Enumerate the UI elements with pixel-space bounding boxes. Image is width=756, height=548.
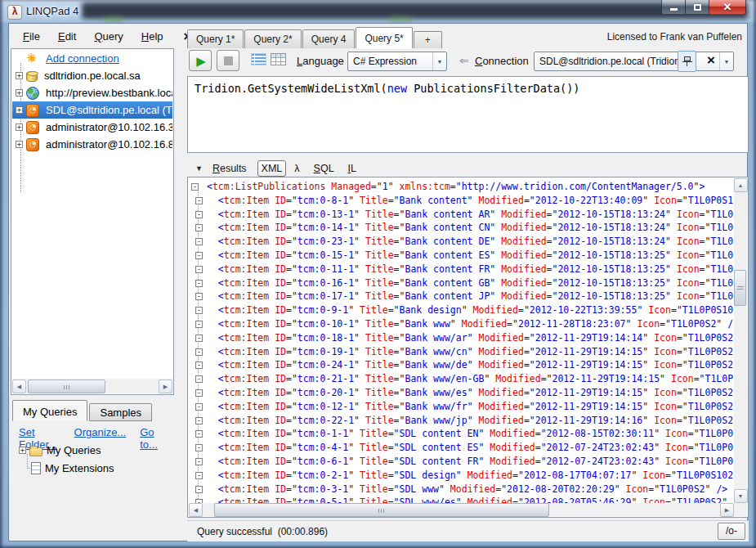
xml-row[interactable]: - <tcm:Item ID="tcm:0-8-1" Title="Bank c… [190,194,734,208]
language-dropdown[interactable]: C# Expression ▼ [347,52,447,71]
xml-row[interactable]: - <tcm:Item ID="tcm:0-20-1" Title="Bank … [190,386,734,400]
data-grid-results-icon[interactable] [271,53,286,65]
xml-row[interactable]: - <tcm:Item ID="tcm:0-9-1" Title="Bank d… [190,303,734,317]
xml-row[interactable]: - <tcm:Item ID="tcm:0-13-1" Title="Bank … [190,208,734,222]
collapse-node-icon[interactable]: - [195,430,203,438]
scroll-thumb[interactable] [214,503,549,517]
tree-expander-icon[interactable]: + [16,124,23,131]
queries-tree-item[interactable]: My Extensions [19,459,114,477]
collapse-node-icon[interactable]: - [195,293,203,300]
xml-row[interactable]: - <tcm:Item ID="tcm:0-6-1" Title="SDL co… [190,455,734,469]
menu-item-edit[interactable]: Edit [49,27,85,46]
close-query-button[interactable]: × [707,52,715,69]
connection-dropdown[interactable]: SDL@sdltridion.pe.local (Tridion) ▼ [534,52,734,71]
xml-row[interactable]: -<tcm:ListPublications Managed="1" xmlns… [190,180,734,194]
scroll-up-button[interactable]: ▲ [734,178,748,192]
xml-row[interactable]: - <tcm:Item ID="tcm:0-10-1" Title="Bank … [190,317,734,331]
menu-item-help[interactable]: Help [132,27,172,46]
tree-expander-icon[interactable]: + [16,72,23,79]
scroll-track[interactable] [26,380,159,393]
scroll-right-button[interactable]: ▶ [159,380,172,393]
scroll-left-button[interactable]: ◀ [189,503,203,517]
xml-row[interactable]: - <tcm:Item ID="tcm:0-11-1" Title="Bank … [190,263,734,276]
cancel-button[interactable] [217,50,239,71]
collapse-node-icon[interactable]: - [191,183,199,191]
new-query-tab[interactable]: + [414,31,442,48]
collapse-node-icon[interactable]: - [195,335,203,342]
rich-text-results-icon[interactable] [251,53,266,65]
xml-row[interactable]: - <tcm:Item ID="tcm:0-18-1" Title="Bank … [190,331,734,345]
connections-horizontal-scrollbar[interactable]: ◀ ▶ [12,379,172,393]
collapse-node-icon[interactable]: - [195,252,203,259]
scroll-track[interactable] [734,192,747,489]
query-editor[interactable]: Tridion.GetSystemWideListXml(new Publica… [187,76,749,153]
collapse-node-icon[interactable]: - [195,403,203,411]
connection-item[interactable]: +administrator@10.102.16.8 (Tr [12,136,172,153]
xml-row[interactable]: - <tcm:Item ID="tcm:0-1-1" Title="SDL co… [190,427,734,441]
scroll-left-button[interactable]: ◀ [12,380,26,393]
xml-row[interactable]: - <tcm:Item ID="tcm:0-4-1" Title="SDL co… [190,441,734,455]
collapse-node-icon[interactable]: - [195,417,203,424]
collapse-node-icon[interactable]: - [195,486,203,493]
collapse-node-icon[interactable]: - [195,211,203,218]
xml-row[interactable]: - <tcm:Item ID="tcm:0-14-1" Title="Bank … [190,221,734,235]
queries-link[interactable]: Go to... [140,426,165,451]
collapse-node-icon[interactable]: - [195,280,203,287]
collapse-node-icon[interactable]: - [195,389,203,397]
results-view-il[interactable]: IL [345,161,360,176]
collapse-node-icon[interactable]: - [195,238,203,245]
pin-connection-toggle[interactable] [678,51,696,72]
xml-row[interactable]: - <tcm:Item ID="tcm:0-16-1" Title="Bank … [190,276,734,290]
close-button[interactable]: ✕ [709,0,746,15]
query-tab[interactable]: Query 2* [244,29,301,48]
collapse-node-icon[interactable]: - [195,224,203,231]
minimize-button[interactable] [661,0,686,15]
results-format-button[interactable]: /o- [718,523,745,540]
collapse-node-icon[interactable]: - [195,321,203,328]
connection-item[interactable]: +sdltridion.pe.local.sa [12,67,172,84]
scroll-thumb[interactable] [28,380,105,393]
results-view-xml[interactable]: XML [257,160,287,177]
xml-horizontal-scrollbar[interactable]: ◀ ▶ [189,503,734,516]
xml-row[interactable]: - <tcm:Item ID="tcm:0-17-1" Title="Bank … [190,290,734,303]
tree-expander-icon[interactable]: + [19,447,26,454]
maximize-button[interactable] [686,0,709,15]
query-tab[interactable]: Query 1* [187,29,244,48]
xml-row[interactable]: - <tcm:Item ID="tcm:0-22-1" Title="Bank … [190,414,734,428]
collapse-node-icon[interactable]: - [195,444,203,451]
collapse-node-icon[interactable]: - [195,472,203,479]
tree-expander-icon[interactable]: + [16,141,23,148]
menu-item-file[interactable]: File [14,27,49,46]
collapse-node-icon[interactable]: - [195,375,203,383]
tree-expander-icon[interactable]: + [16,106,23,114]
left-arrow-icon[interactable]: ⇐ [459,54,469,67]
tree-expander-icon[interactable]: + [16,89,23,97]
collapse-node-icon[interactable]: - [195,266,203,273]
queries-tree-item[interactable]: +My Queries [19,441,114,459]
xml-row[interactable]: - <tcm:Item ID="tcm:0-12-1" Title="Bank … [190,400,734,414]
query-tab[interactable]: Query 4 [302,29,356,48]
results-view-results[interactable]: Results [209,161,250,176]
execute-button[interactable]: ▶ [189,50,212,71]
add-connection-link[interactable]: Add connection [43,52,122,65]
connection-add-row[interactable]: Add connection [12,50,172,67]
scroll-right-button[interactable]: ▶ [720,503,734,517]
xml-row[interactable]: - <tcm:Item ID="tcm:0-15-1" Title="Bank … [190,249,734,263]
query-tab[interactable]: Query 5* [356,27,412,48]
scroll-down-button[interactable]: ▼ [734,489,748,503]
collapse-results-icon[interactable]: ▼ [195,164,203,173]
tab-my-queries[interactable]: My Queries [12,400,87,421]
collapse-node-icon[interactable]: - [195,348,203,356]
menu-item-query[interactable]: Query [85,27,132,46]
xml-row[interactable]: - <tcm:Item ID="tcm:0-24-1" Title="Bank … [190,358,734,372]
collapse-node-icon[interactable]: - [195,362,203,369]
connection-item[interactable]: +SDL@sdltridion.pe.local (Trid [12,101,172,119]
tab-samples[interactable]: Samples [89,403,152,421]
collapse-node-icon[interactable]: - [195,197,203,204]
xml-row[interactable]: - <tcm:Item ID="tcm:0-3-1" Title="SDL ww… [190,483,734,496]
results-view-λ[interactable]: λ [291,161,302,176]
connection-item[interactable]: +administrator@10.102.16.3 (Tr [12,119,172,136]
scroll-track[interactable] [203,503,720,517]
xml-row[interactable]: - <tcm:Item ID="tcm:0-19-1" Title="Bank … [190,345,734,359]
scroll-thumb[interactable] [734,270,746,306]
